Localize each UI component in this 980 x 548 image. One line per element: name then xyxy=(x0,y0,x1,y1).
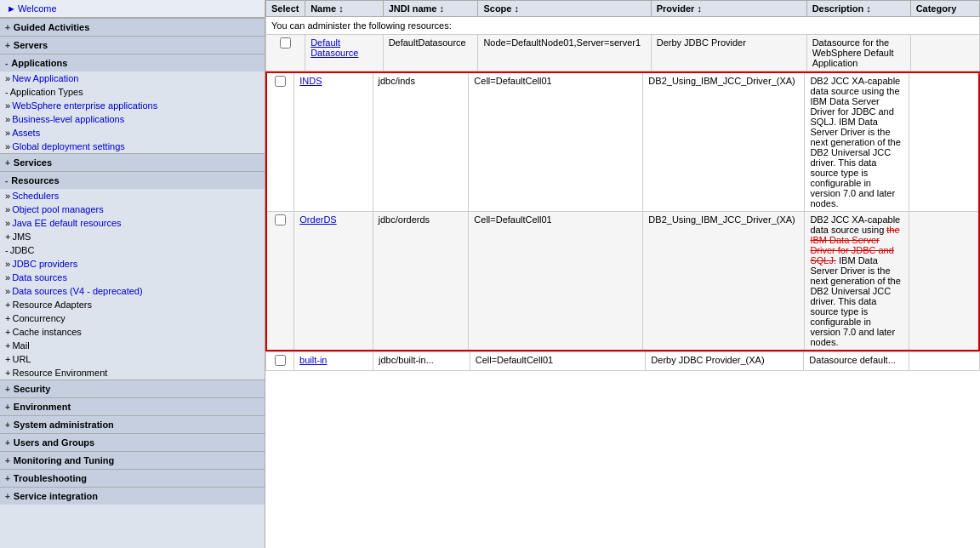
sidebar-item-jdbc-header[interactable]: - JDBC xyxy=(0,243,265,257)
expand-icon: + xyxy=(5,402,10,412)
col-header-jndi[interactable]: JNDI name ↕ xyxy=(383,1,478,17)
sidebar-item-java-ee[interactable]: » Java EE default resources xyxy=(0,216,265,230)
default-datasource-link[interactable]: Default Datasource xyxy=(311,37,358,58)
object-pool-link[interactable]: Object pool managers xyxy=(12,204,104,214)
sidebar-section-services[interactable]: + Services xyxy=(0,153,265,171)
row-cat-cell xyxy=(909,212,979,351)
system-admin-label: System administration xyxy=(14,420,114,430)
row-desc-cell: Datasource for the WebSphere Default App… xyxy=(806,35,910,71)
sidebar-item-websphere-enterprise[interactable]: » WebSphere enterprise applications xyxy=(0,99,265,112)
java-ee-link[interactable]: Java EE default resources xyxy=(12,218,121,228)
cache-instances-label: Cache instances xyxy=(12,327,81,337)
col-cat-label: Category xyxy=(916,3,957,14)
row-jndi-value: jdbc/built-in... xyxy=(379,355,434,365)
row-jndi-value: DefaultDatasource xyxy=(389,37,466,48)
row-select-cell[interactable] xyxy=(266,352,294,371)
sidebar-section-applications[interactable]: - Applications xyxy=(0,54,265,71)
row-scope-cell: Cell=DefaultCell01 xyxy=(469,72,643,212)
sidebar-section-environment[interactable]: + Environment xyxy=(0,397,265,415)
row-jndi-value: jdbc/orderds xyxy=(379,214,430,225)
col-desc-label: Description ↕ xyxy=(812,3,871,14)
sidebar-item-concurrency[interactable]: + Concurrency xyxy=(0,311,265,325)
row-provider-cell: Derby JDBC Provider_(XA) xyxy=(646,352,804,371)
bullet: » xyxy=(5,100,10,111)
sidebar-item-mail[interactable]: + Mail xyxy=(0,339,265,352)
row-checkbox[interactable] xyxy=(275,76,286,87)
row-select-cell[interactable] xyxy=(266,35,305,71)
remaining-rows-table: built-in jdbc/built-in... Cell=DefaultCe… xyxy=(265,351,980,371)
sidebar-item-assets[interactable]: » Assets xyxy=(0,126,265,140)
assets-link[interactable]: Assets xyxy=(12,128,40,138)
col-header-name[interactable]: Name ↕ xyxy=(305,1,383,17)
row-select-cell[interactable] xyxy=(266,72,294,212)
col-header-scope[interactable]: Scope ↕ xyxy=(478,1,651,17)
sidebar-section-troubleshooting[interactable]: + Troubleshooting xyxy=(0,469,265,487)
expand-icon: + xyxy=(5,41,10,50)
applications-label: Applications xyxy=(11,58,67,68)
sidebar-item-cache-instances[interactable]: + Cache instances xyxy=(0,325,265,339)
websphere-enterprise-link[interactable]: WebSphere enterprise applications xyxy=(12,100,157,111)
row-name-cell: Default Datasource xyxy=(305,35,383,71)
security-label: Security xyxy=(14,384,50,394)
sidebar-item-object-pool[interactable]: » Object pool managers xyxy=(0,203,265,216)
row-checkbox[interactable] xyxy=(280,37,291,49)
col-header-select: Select xyxy=(266,1,305,17)
global-deployment-link[interactable]: Global deployment settings xyxy=(12,141,125,151)
expand-icon: + xyxy=(5,420,10,430)
row-desc-value: DB2 JCC XA-capable data source using the… xyxy=(810,76,900,208)
expand-icon: + xyxy=(5,340,10,351)
resource-env-label: Resource Environment xyxy=(12,368,107,378)
sidebar-section-users-groups[interactable]: + Users and Groups xyxy=(0,433,265,451)
expand-icon: + xyxy=(5,492,10,501)
row-select-cell[interactable] xyxy=(266,212,294,351)
bullet: » xyxy=(5,128,10,138)
sidebar-section-resources[interactable]: - Resources xyxy=(0,171,265,189)
sidebar-section-guided-activities[interactable]: + Guided Activities xyxy=(0,18,265,36)
expand-icon: - xyxy=(5,245,9,255)
orderds-link[interactable]: OrderDS xyxy=(299,214,336,225)
expand-icon: + xyxy=(5,474,10,483)
sidebar-item-jms-header[interactable]: + JMS xyxy=(0,230,265,243)
builtin-link[interactable]: built-in xyxy=(299,355,327,365)
sidebar-section-servers[interactable]: + Servers xyxy=(0,36,265,54)
row-scope-value: Node=DefaultNode01,Server=server1 xyxy=(483,37,641,48)
row-provider-value: Derby JDBC Provider xyxy=(657,37,746,48)
data-sources-link[interactable]: Data sources xyxy=(12,272,67,283)
sidebar-item-jdbc-providers[interactable]: » JDBC providers xyxy=(0,257,265,271)
bullet: » xyxy=(5,218,10,228)
sidebar-item-new-application[interactable]: » New Application xyxy=(0,71,265,85)
col-header-provider[interactable]: Provider ↕ xyxy=(651,1,806,17)
sidebar-section-service-integration[interactable]: + Service integration xyxy=(0,487,265,505)
notice-text: You can administer the following resourc… xyxy=(266,17,980,35)
col-header-category[interactable]: Category xyxy=(910,1,979,17)
sidebar-item-resource-adapters[interactable]: + Resource Adapters xyxy=(0,298,265,311)
concurrency-label: Concurrency xyxy=(12,313,65,323)
sidebar-item-welcome[interactable]: ► Welcome xyxy=(0,0,265,18)
row-checkbox[interactable] xyxy=(275,214,286,225)
sidebar-item-business-level[interactable]: » Business-level applications xyxy=(0,112,265,126)
sidebar-item-global-deployment[interactable]: » Global deployment settings xyxy=(0,140,265,153)
welcome-link[interactable]: Welcome xyxy=(18,3,57,14)
sidebar-section-security[interactable]: + Security xyxy=(0,380,265,397)
sidebar-section-monitoring[interactable]: + Monitoring and Tuning xyxy=(0,451,265,469)
sidebar-item-schedulers[interactable]: » Schedulers xyxy=(0,189,265,203)
sidebar-item-data-sources-v4[interactable]: » Data sources (V4 - deprecated) xyxy=(0,284,265,298)
expand-icon: + xyxy=(5,327,10,337)
row-checkbox[interactable] xyxy=(275,355,286,366)
jdbc-providers-link[interactable]: JDBC providers xyxy=(12,259,77,269)
col-scope-label: Scope ↕ xyxy=(483,3,519,14)
sidebar-item-url[interactable]: + URL xyxy=(0,352,265,366)
sidebar-section-system-admin[interactable]: + System administration xyxy=(0,415,265,433)
schedulers-link[interactable]: Schedulers xyxy=(12,191,59,201)
row-name-cell: built-in xyxy=(294,352,373,371)
notice-row: You can administer the following resourc… xyxy=(266,17,980,35)
sidebar-item-resource-env[interactable]: + Resource Environment xyxy=(0,366,265,380)
new-application-link[interactable]: New Application xyxy=(12,73,78,83)
row-cat-cell xyxy=(910,35,979,71)
bullet: » xyxy=(5,259,10,269)
col-header-description[interactable]: Description ↕ xyxy=(806,1,910,17)
data-sources-v4-link[interactable]: Data sources (V4 - deprecated) xyxy=(12,286,142,296)
inds-link[interactable]: INDS xyxy=(299,76,322,86)
business-level-link[interactable]: Business-level applications xyxy=(12,114,124,124)
sidebar-item-data-sources[interactable]: » Data sources xyxy=(0,271,265,284)
